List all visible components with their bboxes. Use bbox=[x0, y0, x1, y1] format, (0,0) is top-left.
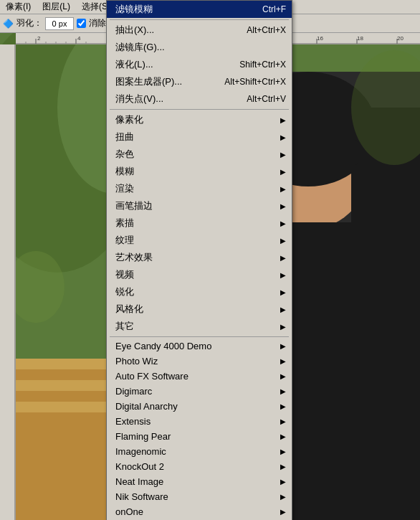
blur-arrow: ▶ bbox=[280, 168, 286, 176]
brush-strokes-arrow: ▶ bbox=[280, 202, 286, 210]
blur-label: 模糊 bbox=[115, 165, 280, 178]
neat-image-label: Neat Image bbox=[115, 476, 280, 487]
separator-3 bbox=[110, 336, 289, 337]
digimarc-label: Digimarc bbox=[115, 386, 280, 397]
digital-anarchy-label: Digital Anarchy bbox=[115, 401, 280, 412]
other-label: 其它 bbox=[115, 320, 280, 333]
neat-image-item[interactable]: Neat Image ▶ bbox=[107, 474, 292, 489]
ruler-vertical bbox=[0, 44, 16, 520]
stylize-label: 风格化 bbox=[115, 303, 280, 316]
pattern-maker-item[interactable]: 图案生成器(P)... Alt+Shift+Ctrl+X bbox=[107, 73, 292, 90]
photo-wiz-item[interactable]: Photo Wiz ▶ bbox=[107, 354, 292, 369]
artistic-label: 艺术效果 bbox=[115, 251, 280, 264]
extract-shortcut: Alt+Ctrl+X bbox=[225, 25, 286, 35]
ruler-v-svg bbox=[0, 44, 16, 520]
eye-candy-item[interactable]: Eye Candy 4000 Demo ▶ bbox=[107, 339, 292, 354]
pixelate-arrow: ▶ bbox=[280, 116, 286, 124]
vanishing-point-item[interactable]: 消失点(V)... Alt+Ctrl+V bbox=[107, 90, 292, 108]
plugins-section: Eye Candy 4000 Demo ▶ Photo Wiz ▶ Auto F… bbox=[107, 339, 292, 520]
stylize-arrow: ▶ bbox=[280, 306, 286, 313]
separator-1 bbox=[110, 19, 289, 20]
digimarc-item[interactable]: Digimarc ▶ bbox=[107, 384, 292, 399]
liquify-shortcut: Shift+Ctrl+X bbox=[218, 60, 286, 70]
svg-rect-43 bbox=[0, 44, 16, 520]
noise-arrow: ▶ bbox=[280, 151, 286, 159]
pixelate-item[interactable]: 像素化 ▶ bbox=[107, 111, 292, 128]
brush-strokes-item[interactable]: 画笔描边 ▶ bbox=[107, 197, 292, 214]
filter-gallery-label: 滤镜库(G)... bbox=[115, 41, 286, 54]
extensis-label: Extensis bbox=[115, 416, 280, 427]
digimarc-arrow: ▶ bbox=[280, 387, 286, 395]
distort-item[interactable]: 扭曲 ▶ bbox=[107, 128, 292, 146]
liquify-label: 液化(L)... bbox=[115, 58, 218, 71]
sketch-arrow: ▶ bbox=[280, 219, 286, 227]
svg-text:4: 4 bbox=[77, 35, 81, 42]
filter-gallery-item[interactable]: 滤镜库(G)... bbox=[107, 39, 292, 56]
imagenomic-item[interactable]: Imagenomic ▶ bbox=[107, 444, 292, 459]
texture-label: 纹理 bbox=[115, 234, 280, 247]
sharpen-label: 锐化 bbox=[115, 285, 280, 298]
other-item[interactable]: 其它 ▶ bbox=[107, 318, 292, 335]
artistic-arrow: ▶ bbox=[280, 254, 286, 262]
digital-anarchy-arrow: ▶ bbox=[280, 402, 286, 410]
sharpen-item[interactable]: 锐化 ▶ bbox=[107, 283, 292, 301]
render-arrow: ▶ bbox=[280, 185, 286, 193]
distort-arrow: ▶ bbox=[280, 133, 286, 141]
distort-label: 扭曲 bbox=[115, 131, 280, 143]
filter-dropdown-menu: 滤镜模糊 Ctrl+F 抽出(X)... Alt+Ctrl+X 滤镜库(G)..… bbox=[106, 0, 292, 520]
vanishing-point-label: 消失点(V)... bbox=[115, 93, 225, 105]
sketch-label: 素描 bbox=[115, 217, 280, 230]
video-arrow: ▶ bbox=[280, 271, 286, 279]
menubar-item-layer[interactable]: 图层(L) bbox=[37, 0, 76, 14]
extensis-item[interactable]: Extensis ▶ bbox=[107, 414, 292, 429]
texture-item[interactable]: 纹理 ▶ bbox=[107, 232, 292, 249]
flaming-pear-arrow: ▶ bbox=[280, 432, 286, 440]
auto-fx-item[interactable]: Auto FX Software ▶ bbox=[107, 369, 292, 384]
auto-fx-arrow: ▶ bbox=[280, 372, 286, 380]
svg-text:16: 16 bbox=[317, 35, 323, 42]
imagenomic-label: Imagenomic bbox=[115, 446, 280, 457]
brush-strokes-label: 画笔描边 bbox=[115, 199, 280, 212]
onone-item[interactable]: onOne ▶ bbox=[107, 504, 292, 519]
video-label: 视频 bbox=[115, 268, 280, 281]
knockout-arrow: ▶ bbox=[280, 463, 286, 471]
pattern-maker-shortcut: Alt+Shift+Ctrl+X bbox=[203, 77, 286, 87]
extract-label: 抽出(X)... bbox=[115, 24, 225, 37]
separator-2 bbox=[110, 109, 289, 110]
other-arrow: ▶ bbox=[280, 323, 286, 331]
feather-label: 羽化： bbox=[16, 17, 42, 29]
liquify-item[interactable]: 液化(L)... Shift+Ctrl+X bbox=[107, 56, 292, 73]
blur-item[interactable]: 模糊 ▶ bbox=[107, 163, 292, 180]
nik-software-item[interactable]: Nik Software ▶ bbox=[107, 489, 292, 504]
knockout-item[interactable]: KnockOut 2 ▶ bbox=[107, 459, 292, 474]
filter-recent-label: 滤镜模糊 bbox=[115, 3, 241, 16]
stylize-item[interactable]: 风格化 ▶ bbox=[107, 301, 292, 318]
eye-candy-arrow: ▶ bbox=[280, 342, 286, 350]
antialiasing-checkbox[interactable] bbox=[77, 19, 86, 28]
pixelate-label: 像素化 bbox=[115, 113, 280, 126]
noise-label: 杂色 bbox=[115, 148, 280, 161]
noise-item[interactable]: 杂色 ▶ bbox=[107, 146, 292, 163]
svg-text:2: 2 bbox=[37, 35, 41, 42]
menubar-item-image[interactable]: 像素(I) bbox=[0, 0, 37, 14]
extract-item[interactable]: 抽出(X)... Alt+Ctrl+X bbox=[107, 22, 292, 39]
toolbar-icon: 🔷 bbox=[3, 19, 14, 29]
digital-anarchy-item[interactable]: Digital Anarchy ▶ bbox=[107, 399, 292, 414]
nik-software-arrow: ▶ bbox=[280, 493, 286, 501]
render-label: 渲染 bbox=[115, 182, 280, 195]
photo-wiz-label: Photo Wiz bbox=[115, 356, 280, 367]
texture-arrow: ▶ bbox=[280, 237, 286, 245]
filter-recent-item[interactable]: 滤镜模糊 Ctrl+F bbox=[107, 1, 292, 18]
sketch-item[interactable]: 素描 ▶ bbox=[107, 214, 292, 232]
onone-arrow: ▶ bbox=[280, 508, 286, 516]
render-item[interactable]: 渲染 ▶ bbox=[107, 180, 292, 197]
video-item[interactable]: 视频 ▶ bbox=[107, 266, 292, 283]
pattern-maker-label: 图案生成器(P)... bbox=[115, 75, 203, 88]
feather-input[interactable] bbox=[45, 17, 74, 30]
imagenomic-arrow: ▶ bbox=[280, 448, 286, 455]
onone-label: onOne bbox=[115, 506, 280, 517]
photo-wiz-arrow: ▶ bbox=[280, 357, 286, 365]
artistic-item[interactable]: 艺术效果 ▶ bbox=[107, 249, 292, 266]
svg-text:20: 20 bbox=[397, 35, 404, 42]
flaming-pear-item[interactable]: Flaming Pear ▶ bbox=[107, 429, 292, 444]
